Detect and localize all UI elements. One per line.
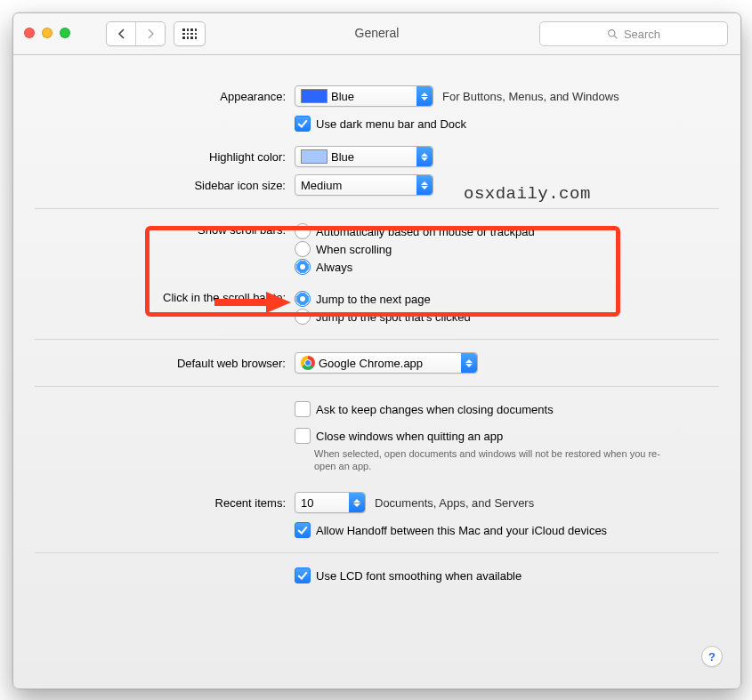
zoom-window-button[interactable] [60, 28, 70, 38]
close-windows-hint: When selected, open documents and window… [314, 447, 670, 472]
appearance-value: Blue [331, 90, 354, 103]
recent-items-value: 10 [301, 496, 313, 510]
default-browser-value: Google Chrome.app [319, 357, 423, 370]
chevron-updown-icon [349, 493, 365, 512]
dark-menu-checkbox[interactable]: Use dark menu bar and Dock [295, 116, 466, 132]
divider [35, 339, 719, 340]
checkbox-icon [295, 116, 311, 132]
highlight-popup[interactable]: Blue [295, 146, 433, 167]
highlight-value: Blue [331, 150, 354, 164]
preferences-window: General Search Appearance: Blue For Butt… [12, 12, 741, 689]
dark-menu-label: Use dark menu bar and Dock [316, 117, 466, 131]
recent-items-popup[interactable]: 10 [295, 492, 366, 513]
divider [35, 208, 719, 209]
default-browser-label: Default web browser: [13, 357, 295, 370]
chevron-updown-icon [416, 147, 433, 166]
appearance-hint: For Buttons, Menus, and Windows [442, 90, 619, 103]
sidebar-size-popup[interactable]: Medium [295, 174, 433, 196]
ask-keep-changes-checkbox[interactable]: Ask to keep changes when closing documen… [295, 401, 554, 417]
sidebar-size-value: Medium [301, 179, 342, 192]
divider [35, 552, 719, 553]
divider [35, 386, 719, 387]
sidebar-size-label: Sidebar icon size: [13, 179, 295, 192]
back-button[interactable] [107, 22, 135, 45]
highlight-label: Highlight color: [13, 150, 295, 164]
svg-line-1 [614, 36, 617, 38]
chrome-icon [301, 356, 315, 370]
watermark: osxdaily.com [464, 184, 591, 204]
checkbox-icon [295, 428, 311, 444]
window-controls [24, 28, 70, 38]
svg-point-0 [609, 29, 615, 36]
titlebar: General Search [13, 13, 740, 55]
show-all-button[interactable] [174, 21, 206, 46]
lcd-smoothing-checkbox[interactable]: Use LCD font smoothing when available [295, 567, 522, 583]
close-windows-checkbox[interactable]: Close windows when quitting an app [295, 428, 503, 444]
blue-swatch-icon [301, 89, 327, 103]
search-icon [607, 28, 619, 40]
forward-button[interactable] [135, 22, 165, 45]
minimize-window-button[interactable] [42, 28, 53, 38]
checkbox-icon [295, 567, 311, 583]
default-browser-popup[interactable]: Google Chrome.app [295, 352, 478, 374]
content: Appearance: Blue For Buttons, Menus, and… [13, 55, 740, 688]
svg-marker-3 [266, 292, 291, 313]
chevron-updown-icon [416, 86, 433, 106]
chevron-updown-icon [461, 353, 477, 373]
checkbox-icon [295, 522, 311, 538]
search-field[interactable]: Search [539, 21, 728, 46]
appearance-popup[interactable]: Blue [295, 85, 433, 107]
grid-icon [182, 28, 197, 39]
chevron-updown-icon [416, 175, 433, 195]
close-window-button[interactable] [24, 28, 35, 38]
appearance-label: Appearance: [13, 90, 295, 103]
recent-items-hint: Documents, Apps, and Servers [375, 496, 534, 510]
recent-items-label: Recent items: [13, 496, 295, 510]
handoff-checkbox[interactable]: Allow Handoff between this Mac and your … [295, 522, 607, 538]
annotation-arrow-icon [211, 289, 291, 316]
help-button[interactable]: ? [701, 646, 723, 667]
nav-buttons [106, 21, 166, 46]
highlight-swatch-icon [301, 149, 327, 164]
checkbox-icon [295, 401, 311, 417]
search-placeholder: Search [624, 28, 660, 41]
